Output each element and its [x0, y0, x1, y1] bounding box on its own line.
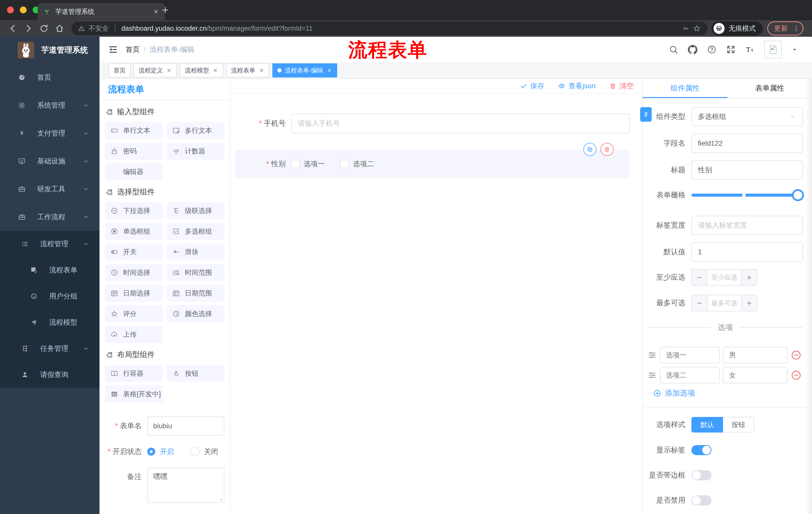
search-icon[interactable]	[669, 45, 678, 54]
chevron-down-icon[interactable]	[791, 46, 798, 53]
back-icon[interactable]	[8, 24, 18, 33]
tab-form-props[interactable]: 表单属性	[727, 79, 812, 98]
option-label-input[interactable]: 选项二	[660, 367, 720, 383]
toggle-显示标签[interactable]	[691, 445, 712, 455]
palette-item-单选框组[interactable]: 单选框组	[105, 223, 163, 240]
minimize-window-button[interactable]	[20, 6, 27, 13]
address-bar[interactable]: 不安全 dashboard.yudao.iocoder.cn/bpm/manag…	[71, 22, 707, 35]
palette-item-多选框组[interactable]: 多选框组	[167, 223, 224, 240]
stepper-plus-button[interactable]: +	[741, 270, 757, 285]
status-on-label[interactable]: 开启	[160, 447, 174, 456]
palette-item-评分[interactable]: 评分	[105, 305, 163, 322]
default-value-input[interactable]: 1	[691, 242, 803, 262]
stepper-minus-button[interactable]: −	[692, 270, 707, 285]
help-icon[interactable]	[707, 45, 717, 54]
toggle-是否带边框[interactable]	[691, 470, 712, 480]
slider-handle[interactable]	[792, 189, 804, 201]
palette-item-编辑器[interactable]: 编辑器	[105, 163, 163, 180]
palette-item-密码[interactable]: 密码	[105, 142, 163, 160]
status-off-label[interactable]: 关闭	[204, 447, 218, 456]
field-name-input[interactable]: field122	[691, 134, 803, 153]
gender-option-选项二[interactable]: 选项二	[341, 159, 374, 169]
palette-item-上传[interactable]: 上传	[105, 326, 163, 343]
drag-handle-icon[interactable]	[648, 371, 657, 380]
option-value-input[interactable]: 女	[723, 367, 787, 383]
sidebar-fold-icon[interactable]	[108, 45, 118, 55]
browser-tab[interactable]: 芋道管理系统	[38, 3, 165, 20]
font-size-icon[interactable]: TT	[745, 45, 755, 54]
home-icon[interactable]	[55, 24, 64, 33]
phone-input[interactable]: 请输入手机号	[291, 114, 630, 133]
window-controls[interactable]	[7, 6, 39, 13]
remove-option-icon[interactable]	[791, 350, 802, 360]
view-json-button[interactable]: 查看json	[558, 81, 596, 91]
min-select-stepper[interactable]: − 至少应选 +	[691, 269, 757, 286]
browser-menu-icon[interactable]	[792, 24, 800, 32]
update-button[interactable]: 更新	[767, 21, 804, 35]
status-radio-on[interactable]	[147, 448, 155, 456]
avatar[interactable]	[764, 41, 782, 58]
tags-view-tab-流程表单[interactable]: 流程表单	[226, 63, 269, 77]
tags-view-tab-流程模型[interactable]: 流程模型	[180, 63, 223, 77]
remark-textarea[interactable]: 嘿嘿	[147, 468, 224, 503]
tags-view-tab-流程表单-编辑[interactable]: 流程表单-编辑	[272, 63, 337, 77]
palette-item-单行文本[interactable]: 单行文本	[105, 122, 163, 139]
stepper-plus-button[interactable]: +	[741, 295, 757, 311]
password-key-icon[interactable]	[683, 25, 689, 32]
bookmark-star-icon[interactable]	[693, 24, 701, 32]
close-tab-icon[interactable]	[166, 67, 172, 73]
sidebar-item-请假查询[interactable]: 请假查询	[0, 361, 99, 388]
checkbox[interactable]	[341, 160, 349, 168]
palette-item-滑块[interactable]: 滑块	[167, 243, 224, 261]
close-window-button[interactable]	[7, 6, 14, 13]
option-value-input[interactable]: 男	[723, 347, 787, 363]
palette-item-行容器[interactable]: 行容器	[105, 365, 163, 382]
option-label-input[interactable]: 选项一	[660, 347, 720, 363]
fullscreen-icon[interactable]	[726, 45, 736, 54]
palette-item-时间选择[interactable]: 时间选择	[105, 264, 163, 281]
sidebar-item-流程模型[interactable]: 流程模型	[0, 309, 99, 335]
add-option-button[interactable]: 添加选项	[653, 388, 803, 398]
close-tab-icon[interactable]	[153, 8, 159, 15]
gender-option-选项一[interactable]: 选项一	[291, 159, 325, 169]
grid-slider[interactable]	[691, 186, 803, 204]
palette-item-计数器[interactable]: 123计数器	[167, 142, 224, 160]
tab-component-props[interactable]: 组件属性	[643, 79, 727, 98]
delete-component-button[interactable]	[601, 143, 613, 156]
tags-view-tab-首页[interactable]: 首页	[109, 63, 130, 77]
max-select-value[interactable]: 最多可选	[707, 295, 741, 311]
save-button[interactable]: 保存	[520, 81, 545, 91]
breadcrumb-home[interactable]: 首页	[126, 45, 140, 54]
tags-view-tab-流程定义[interactable]: 流程定义	[134, 63, 177, 77]
url-text[interactable]: dashboard.yudao.iocoder.cn/bpm/manager/f…	[121, 25, 679, 32]
status-radio-off[interactable]	[191, 447, 200, 456]
component-type-select[interactable]: 多选框组	[691, 107, 803, 126]
drag-handle-icon[interactable]	[648, 351, 657, 360]
close-tab-icon[interactable]	[212, 67, 218, 73]
selected-component-gender[interactable]: * 性别 选项一选项二	[235, 150, 630, 178]
palette-item-级联选择[interactable]: 级联选择	[167, 202, 224, 219]
close-tab-icon[interactable]	[259, 67, 264, 73]
palette-item-表格[开发中][interactable]: 表格[开发中]	[105, 385, 163, 403]
title-input[interactable]: 性别	[691, 160, 803, 180]
min-select-value[interactable]: 至少应选	[707, 270, 741, 285]
toggle-是否禁用[interactable]	[691, 495, 712, 506]
remove-option-icon[interactable]	[791, 370, 802, 381]
link-tag[interactable]	[640, 107, 652, 122]
sidebar-item-任务管理[interactable]: 任务管理	[0, 335, 99, 361]
github-icon[interactable]	[688, 45, 697, 54]
phone-field-row[interactable]: * 手机号 请输入手机号	[235, 114, 630, 133]
palette-item-开关[interactable]: 开关	[105, 243, 163, 261]
stepper-minus-button[interactable]: −	[692, 295, 707, 311]
palette-item-日期选择[interactable]: 日期选择	[105, 285, 163, 302]
sidebar-item-用户分组[interactable]: 用户分组	[0, 283, 99, 309]
palette-item-按钮[interactable]: 按钮	[167, 365, 224, 382]
option-style-button-button[interactable]: 按钮	[723, 417, 754, 433]
clear-button[interactable]: 清空	[609, 81, 634, 91]
palette-item-颜色选择[interactable]: 颜色选择	[167, 305, 224, 322]
sidebar-item-流程表单[interactable]: 流程表单	[0, 257, 99, 283]
resize-handle[interactable]	[218, 496, 223, 502]
sidebar-item-研发工具[interactable]: 研发工具	[0, 175, 99, 203]
sidebar-item-工作流程[interactable]: 工作流程	[0, 203, 99, 231]
sidebar-item-支付管理[interactable]: ¥支付管理	[0, 119, 99, 147]
